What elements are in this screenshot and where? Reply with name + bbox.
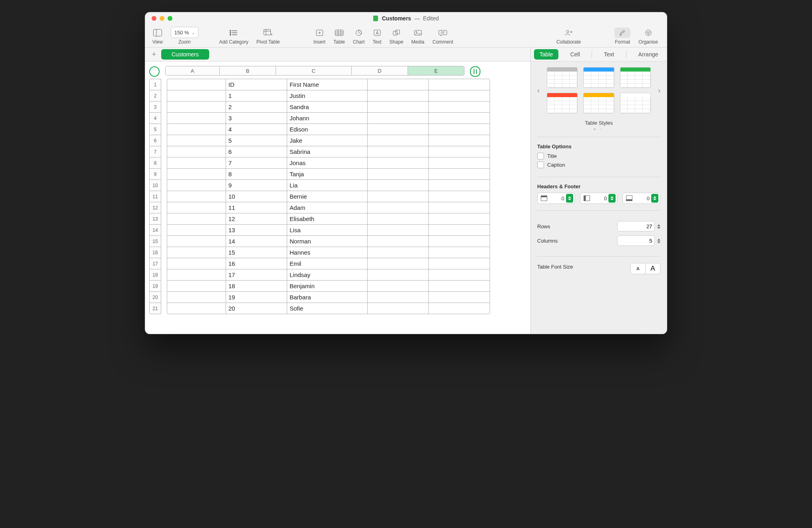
cell[interactable]: Tanja [287,169,368,179]
cell[interactable] [429,202,490,213]
row-header[interactable]: 8 [150,157,161,169]
table-row[interactable]: 3Johann [167,113,490,124]
cell[interactable] [429,113,490,124]
col-header-B[interactable]: B [220,66,276,75]
rows-stepper[interactable] [657,224,660,229]
cell[interactable] [167,225,226,235]
cell[interactable] [429,102,490,112]
cell[interactable]: Lindsay [287,269,368,280]
cell[interactable]: ID [226,79,287,90]
col-header-A[interactable]: A [166,66,220,75]
row-header[interactable]: 13 [150,213,161,225]
cell[interactable]: 17 [226,269,287,280]
table-row[interactable]: 9Lia [167,180,490,191]
cell[interactable]: 20 [226,303,287,314]
cell[interactable]: 15 [226,247,287,258]
cell[interactable] [167,303,226,314]
table-style-swatch[interactable] [583,67,614,88]
cell[interactable] [429,303,490,314]
cell[interactable] [368,90,429,101]
cell[interactable]: First Name [287,79,368,90]
cell[interactable]: Lia [287,180,368,191]
cell[interactable] [167,213,226,224]
title-checkbox-row[interactable]: Title [537,153,660,159]
cell[interactable]: 6 [226,146,287,157]
cell[interactable] [368,102,429,112]
table-row[interactable]: 4Edison [167,124,490,135]
pivot-table-button[interactable]: + Pivot Table [253,28,283,45]
cell[interactable]: Lisa [287,225,368,235]
add-sheet-button[interactable]: + [148,49,160,60]
row-header[interactable]: 4 [150,113,161,124]
chart-button[interactable]: Chart [350,28,368,45]
table-row[interactable]: 20Sofie [167,303,490,314]
cell[interactable]: Jake [287,135,368,146]
view-button[interactable]: View [149,28,166,45]
sheet-tab-customers[interactable]: Customers [161,49,209,60]
cell[interactable] [368,157,429,168]
cell[interactable]: Adam [287,202,368,213]
cell[interactable] [167,124,226,135]
table-row[interactable]: 19Barbara [167,292,490,303]
cell[interactable] [429,90,490,101]
header-cols-stepper[interactable]: 0 [580,193,618,204]
cell[interactable] [429,124,490,135]
row-header[interactable]: 5 [150,124,161,135]
cell[interactable] [429,157,490,168]
cell[interactable] [429,236,490,247]
row-header[interactable]: 12 [150,202,161,213]
organise-button[interactable]: Organise [635,28,661,45]
table-row[interactable]: 7Jonas [167,157,490,169]
table-body[interactable]: IDFirst Name1Justin2Sandra3Johann4Edison… [167,79,490,314]
cell[interactable]: Barbara [287,292,368,303]
row-header[interactable]: 15 [150,236,161,247]
table-row[interactable]: 11Adam [167,202,490,213]
cell[interactable] [368,124,429,135]
zoom-window-button[interactable] [168,16,172,21]
cell[interactable] [167,236,226,247]
cell[interactable] [368,213,429,224]
table-row[interactable]: 10Bernie [167,191,490,202]
cell[interactable] [368,146,429,157]
table-row[interactable]: 17Lindsay [167,269,490,281]
cell[interactable] [167,180,226,191]
cell[interactable] [368,281,429,291]
cell[interactable]: Sabrina [287,146,368,157]
cell[interactable]: 1 [226,90,287,101]
cell[interactable] [368,169,429,179]
cell[interactable] [368,113,429,124]
add-column-handle[interactable] [470,66,480,77]
header-rows-stepper[interactable]: 0 [537,193,575,204]
row-header[interactable]: 9 [150,169,161,180]
columns-stepper[interactable] [657,239,660,243]
cell[interactable]: Norman [287,236,368,247]
font-size-segment[interactable]: A A [630,263,660,274]
cell[interactable] [429,258,490,269]
cell[interactable] [167,135,226,146]
row-header[interactable]: 10 [150,180,161,191]
cell[interactable] [429,169,490,179]
cell[interactable] [368,303,429,314]
cell[interactable] [167,202,226,213]
table-button[interactable]: Table [330,28,348,45]
table-row[interactable]: 12Elisabeth [167,213,490,225]
table-style-swatch[interactable] [620,67,651,88]
cell[interactable]: Johann [287,113,368,124]
cell[interactable]: Benjamin [287,281,368,291]
cell[interactable] [429,292,490,303]
collaborate-button[interactable]: Collaborate [553,28,584,45]
table-row[interactable]: 13Lisa [167,225,490,236]
table-row[interactable]: 1Justin [167,90,490,102]
styles-prev-button[interactable]: ‹ [537,86,544,95]
cell[interactable]: 10 [226,191,287,202]
cell[interactable]: Hannes [287,247,368,258]
cell[interactable] [167,281,226,291]
cell[interactable]: 11 [226,202,287,213]
caption-checkbox-row[interactable]: Caption [537,161,660,168]
cell[interactable] [429,225,490,235]
table-style-swatch[interactable] [547,67,578,88]
sidebar-tab-text[interactable]: Text [598,49,620,60]
cell[interactable]: 9 [226,180,287,191]
cell[interactable] [167,292,226,303]
cell[interactable] [368,135,429,146]
